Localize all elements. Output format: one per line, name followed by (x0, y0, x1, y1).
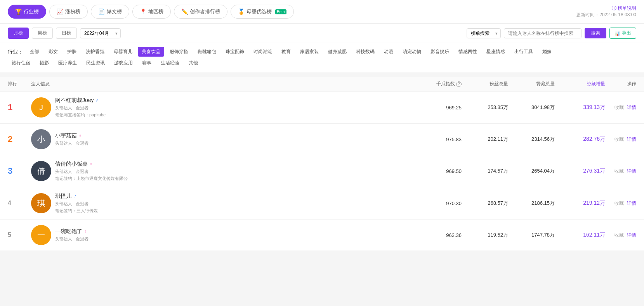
collect-btn-1[interactable]: 收藏 (614, 104, 624, 111)
industry-tag-hufu[interactable]: 护肤 (63, 47, 80, 57)
export-icon: 📊 (614, 31, 620, 36)
user-meta-2: 头部达人 | 金冠者 (55, 140, 89, 146)
industry-bar: 行业： 全部彩女护肤洗护香氛母婴育儿美食饮品服饰穿搭鞋靴箱包珠宝配饰时尚潮流教育… (0, 43, 644, 73)
industry-tag-qita[interactable]: 其他 (185, 58, 202, 68)
user-sign-4: 笔记签约：三人行传媒 (55, 208, 98, 214)
nav-btn-muying[interactable]: 🏅母婴优选榜Beta (231, 5, 294, 19)
header-zangjia: 赞藏增量 (555, 81, 605, 87)
user-info-3: 倩 倩倩的小饭桌 ♀ 头部达人 | 金冠者 笔记签约：上饶市逐鹿文化传媒有限公 (31, 161, 403, 182)
industry-tag-sheying[interactable]: 摄影 (36, 58, 53, 68)
industry-tag-xie[interactable]: 鞋靴箱包 (194, 47, 220, 57)
gender-icon-2: ♀ (78, 133, 82, 138)
header-qiangua: 千瓜指数 ? (403, 81, 462, 87)
table-row-4: 4 琪 琪怪儿 ♂ 头部达人 | 金冠者 笔记签约：三人行传媒 970.30 2… (0, 187, 644, 220)
fens-value-4: 268.57万 (462, 200, 508, 207)
period-btn-day[interactable]: 日榜 (56, 28, 77, 39)
industry-tag-jiaoyu[interactable]: 教育 (278, 47, 295, 57)
user-details-2: 小宇菇菇 ♀ 头部达人 | 金冠者 (55, 132, 89, 146)
user-info-1: J 网不红萌叔Joey ♂ 头部达人 | 金冠者 笔记与直播签约：papitub… (31, 97, 403, 118)
top-nav-left: 🏆行业榜📈涨粉榜📄爆文榜📍地区榜✏️创作者排行榜🏅母婴优选榜Beta (8, 5, 294, 19)
user-meta-4: 头部达人 | 金冠者 (55, 201, 98, 207)
zangjia-value-2: 282.76万 (555, 136, 605, 143)
rank-number-4: 4 (8, 200, 31, 207)
month-select[interactable]: 2022年04月 (80, 28, 121, 38)
avatar-2: 小 (31, 129, 51, 149)
cang-value-5: 1747.78万 (508, 232, 555, 239)
industry-tag-fuzhuang[interactable]: 服饰穿搭 (166, 47, 192, 57)
search-type-select[interactable]: 榜单搜索 (467, 28, 501, 38)
industry-tag-mengchong[interactable]: 萌宠动物 (399, 47, 425, 57)
industry-tag-meishipin[interactable]: 美食饮品 (138, 47, 164, 57)
user-info-5: 一 一碗吃饱了 ♀ 头部达人 | 金冠者 (31, 225, 403, 245)
filter-bar-left: 月榜周榜日榜 2022年04月 (8, 28, 121, 39)
table-body: 1 J 网不红萌叔Joey ♂ 头部达人 | 金冠者 笔记与直播签约：papit… (0, 92, 644, 251)
header-rank: 排行 (8, 81, 31, 87)
qiangua-value-4: 970.30 (403, 201, 462, 206)
detail-btn-3[interactable]: 详情 (627, 168, 636, 175)
industry-tag-qinggan[interactable]: 情感两性 (455, 47, 481, 57)
cang-value-4: 2186.15万 (508, 200, 555, 207)
gender-icon-4: ♂ (73, 194, 76, 199)
industry-tag-yingyin[interactable]: 影音娱乐 (427, 47, 453, 57)
nav-btn-zhang[interactable]: 📈涨粉榜 (49, 5, 88, 19)
detail-btn-4[interactable]: 详情 (627, 200, 636, 207)
industry-tag-chuxing[interactable]: 出行工具 (510, 47, 537, 57)
top-nav-right: ⓘ 榜单说明 更新时间：2022-05-18 08:00 (576, 5, 636, 18)
month-select-wrap: 2022年04月 (80, 28, 121, 38)
industry-tag-youxi[interactable]: 游戏应用 (110, 58, 137, 68)
collect-btn-5[interactable]: 收藏 (614, 232, 624, 239)
action-cell-3: 收藏 详情 (605, 168, 636, 175)
nav-btn-bao[interactable]: 📄爆文榜 (91, 5, 129, 19)
help-label: 榜单说明 (618, 5, 636, 11)
muying-icon: 🏅 (238, 9, 245, 15)
user-details-1: 网不红萌叔Joey ♂ 头部达人 | 金冠者 笔记与直播签约：papitube (55, 97, 106, 118)
help-link[interactable]: ⓘ 榜单说明 (612, 5, 636, 11)
hangye-icon: 🏆 (15, 9, 22, 15)
industry-tag-minsheng[interactable]: 民生资讯 (82, 58, 109, 68)
industry-tag-hunyín[interactable]: 婚嫁 (538, 47, 555, 57)
industry-tag-shenghuo[interactable]: 生活经验 (157, 58, 183, 68)
user-name-4: 琪怪儿 ♂ (55, 193, 98, 200)
industry-tag-shishang[interactable]: 时尚潮流 (250, 47, 276, 57)
cang-value-1: 3041.98万 (508, 104, 555, 111)
nav-btn-diqu[interactable]: 📍地区榜 (132, 5, 171, 19)
industry-tag-jiansheng[interactable]: 健身减肥 (324, 47, 351, 57)
detail-btn-5[interactable]: 详情 (627, 232, 636, 239)
user-info-4: 琪 琪怪儿 ♂ 头部达人 | 金冠者 笔记签约：三人行传媒 (31, 193, 403, 214)
action-cell-1: 收藏 详情 (605, 104, 636, 111)
qiangua-info-icon[interactable]: ? (456, 81, 462, 87)
detail-btn-2[interactable]: 详情 (627, 136, 636, 143)
collect-btn-4[interactable]: 收藏 (614, 200, 624, 207)
header-fens: 粉丝总量 (462, 81, 508, 87)
period-btn-month[interactable]: 月榜 (8, 28, 29, 39)
industry-tag-cainv[interactable]: 彩女 (45, 47, 62, 57)
fens-value-5: 119.52万 (462, 232, 508, 239)
rank-number-2: 2 (8, 134, 31, 144)
search-input[interactable] (504, 28, 582, 38)
industry-tag-keji[interactable]: 科技数码 (352, 47, 378, 57)
nav-btn-chuangzuo[interactable]: ✏️创作者排行榜 (174, 5, 227, 19)
period-btn-week[interactable]: 周榜 (32, 28, 53, 39)
qiangua-value-5: 963.36 (403, 232, 462, 238)
industry-tag-muying[interactable]: 母婴育儿 (110, 47, 136, 57)
filter-bar: 月榜周榜日榜 2022年04月 榜单搜索 搜索 📊 导出 (0, 24, 644, 43)
detail-btn-1[interactable]: 详情 (627, 104, 636, 111)
collect-btn-3[interactable]: 收藏 (614, 168, 624, 175)
export-button[interactable]: 📊 导出 (609, 28, 636, 39)
industry-tag-all[interactable]: 全部 (26, 47, 43, 57)
industry-tag-yiliao[interactable]: 医疗养生 (54, 58, 81, 68)
industry-tag-xihuan[interactable]: 洗护香氛 (82, 47, 108, 57)
search-button[interactable]: 搜索 (585, 28, 606, 38)
qiangua-value-1: 969.25 (403, 105, 462, 111)
industry-tag-dongman[interactable]: 动漫 (380, 47, 397, 57)
table-wrap: 排行 达人信息 千瓜指数 ? 粉丝总量 赞藏总量 赞藏增量 操作 1 J 网不红… (0, 77, 644, 251)
nav-btn-hangye[interactable]: 🏆行业榜 (8, 5, 46, 19)
search-type-wrap: 榜单搜索 (467, 28, 501, 38)
industry-tag-zhubao[interactable]: 珠宝配饰 (222, 47, 248, 57)
industry-tag-jiaju[interactable]: 家居家装 (296, 47, 323, 57)
industry-tag-xingzuo[interactable]: 星座情感 (483, 47, 509, 57)
industry-row-2: 旅行住宿摄影医疗养生民生资讯游戏应用赛事生活经验其他 (8, 58, 636, 68)
industry-tag-bisai[interactable]: 赛事 (138, 58, 155, 68)
collect-btn-2[interactable]: 收藏 (614, 136, 624, 143)
industry-tag-lvyou[interactable]: 旅行住宿 (8, 58, 34, 68)
